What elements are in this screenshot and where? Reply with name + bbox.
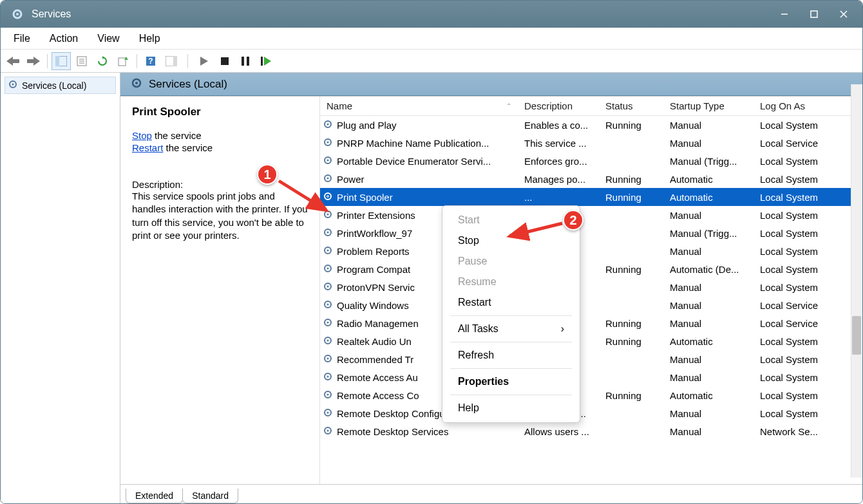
service-row[interactable]: ProtonVPN ServicManualLocal System <box>320 278 862 296</box>
restart-link[interactable]: Restart <box>132 142 163 153</box>
service-name: Print Spooler <box>337 192 393 203</box>
services-icon <box>11 8 24 21</box>
service-row[interactable]: Quality Windows...ManualLocal Service <box>320 296 862 314</box>
service-logon: Local System <box>754 372 850 383</box>
service-desc: Allows users ... <box>518 426 599 437</box>
service-row[interactable]: PNRP Machine Name Publication...This ser… <box>320 134 862 152</box>
service-row[interactable]: Remote Access Auco...ManualLocal System <box>320 368 862 386</box>
svg-rect-23 <box>242 57 244 66</box>
menu-help[interactable]: Help <box>131 30 168 47</box>
service-row[interactable]: Recommended Trut...ManualLocal System <box>320 350 862 368</box>
scrollbar[interactable] <box>851 84 862 478</box>
service-desc: Enforces gro... <box>518 156 599 167</box>
service-row[interactable]: PrintWorkflow_97up...Manual (Trigg...Loc… <box>320 224 862 242</box>
tab-extended[interactable]: Extended <box>126 489 183 503</box>
gear-icon <box>323 317 333 330</box>
gear-icon <box>323 119 333 131</box>
service-name: Program Compat <box>337 264 410 275</box>
ctx-all-tasks[interactable]: All Tasks› <box>442 319 580 339</box>
maximize-button[interactable] <box>799 4 829 24</box>
ctx-properties[interactable]: Properties <box>442 371 580 392</box>
service-row[interactable]: Plug and PlayEnables a co...RunningManua… <box>320 116 862 134</box>
svg-point-44 <box>327 231 329 233</box>
menu-action[interactable]: Action <box>42 30 86 47</box>
service-row[interactable]: Print Spooler...RunningAutomaticLocal Sy… <box>320 188 862 206</box>
gear-icon <box>323 281 333 294</box>
col-description[interactable]: Description <box>518 100 599 111</box>
service-row[interactable]: Printer Extensions...ManualLocal System <box>320 206 862 224</box>
service-startup: Manual <box>663 318 754 329</box>
service-row[interactable]: Problem Reportse ...ManualLocal System <box>320 242 862 260</box>
service-logon: Local System <box>754 282 850 293</box>
annotation-arrow-2 <box>503 219 567 245</box>
menu-file[interactable]: File <box>6 30 38 47</box>
pane-title: Services (Local) <box>149 78 227 91</box>
service-name: Remote Access Co <box>337 390 419 401</box>
ctx-refresh[interactable]: Refresh <box>442 345 580 366</box>
tree-services-local[interactable]: Services (Local) <box>5 77 116 94</box>
col-startup[interactable]: Startup Type <box>663 100 754 111</box>
nav-back-button[interactable] <box>3 52 23 70</box>
service-name: Power <box>337 174 365 185</box>
service-name: Plug and Play <box>337 120 397 131</box>
menu-view[interactable]: View <box>90 30 127 47</box>
start-service-button[interactable] <box>194 52 214 70</box>
help-toolbar-button[interactable]: ? <box>141 52 160 70</box>
service-logon: Local System <box>754 228 850 239</box>
svg-point-34 <box>327 141 329 143</box>
service-list: Name⌃ Description Status Startup Type Lo… <box>320 97 862 484</box>
svg-text:?: ? <box>148 57 153 66</box>
service-row[interactable]: PowerManages po...RunningAutomaticLocal … <box>320 170 862 188</box>
ctx-help[interactable]: Help <box>442 398 580 418</box>
service-row[interactable]: Realtek Audio Undi...RunningAutomaticLoc… <box>320 332 862 350</box>
service-desc: Manages po... <box>518 174 599 185</box>
service-logon: Network Se... <box>754 426 850 437</box>
export-button[interactable] <box>113 52 133 70</box>
service-logon: Local System <box>754 354 850 365</box>
nav-forward-button[interactable] <box>24 52 43 70</box>
service-row[interactable]: Remote Desktop ServicesAllows users ...M… <box>320 422 862 440</box>
service-startup: Manual <box>663 246 754 257</box>
close-button[interactable] <box>829 4 858 24</box>
stop-service-button[interactable] <box>215 52 234 70</box>
service-logon: Local System <box>754 264 850 275</box>
service-status: Running <box>599 390 663 401</box>
service-desc: This service ... <box>518 138 599 149</box>
chevron-right-icon: › <box>561 323 564 335</box>
service-row[interactable]: Radio Managemena...RunningManualLocal Se… <box>320 314 862 332</box>
col-name[interactable]: Name⌃ <box>320 100 518 111</box>
service-startup: Manual <box>663 354 754 365</box>
pause-service-button[interactable] <box>236 52 255 70</box>
stop-link[interactable]: Stop <box>132 130 152 141</box>
restart-service-button[interactable] <box>256 52 276 70</box>
col-status[interactable]: Status <box>599 100 663 111</box>
ctx-restart[interactable]: Restart <box>442 292 580 313</box>
annotation-badge-1: 1 <box>257 164 278 185</box>
menubar: File Action View Help <box>1 28 862 50</box>
titlebar: Services <box>1 1 862 28</box>
col-logon[interactable]: Log On As <box>754 100 850 111</box>
svg-point-1 <box>16 13 19 15</box>
svg-marker-26 <box>264 57 271 66</box>
svg-marker-6 <box>6 57 19 66</box>
scroll-thumb[interactable] <box>852 316 861 355</box>
svg-point-66 <box>327 429 329 431</box>
service-row[interactable]: Portable Device Enumerator Servi...Enfor… <box>320 152 862 170</box>
show-hide-action-pane-button[interactable] <box>162 52 181 70</box>
tab-standard[interactable]: Standard <box>182 489 238 503</box>
service-row[interactable]: Remote Access Codi...RunningAutomaticLoc… <box>320 386 862 404</box>
service-startup: Manual <box>663 426 754 437</box>
service-startup: Automatic <box>663 336 754 347</box>
service-startup: Manual <box>663 372 754 383</box>
ctx-resume: Resume <box>442 272 580 292</box>
show-hide-tree-button[interactable] <box>52 52 71 70</box>
service-startup: Manual <box>663 300 754 311</box>
properties-toolbar-button[interactable] <box>72 52 91 70</box>
service-startup: Automatic (De... <box>663 264 754 275</box>
service-status: Running <box>599 174 663 185</box>
minimize-button[interactable] <box>770 4 799 24</box>
service-status: Running <box>599 264 663 275</box>
refresh-button[interactable] <box>93 52 112 70</box>
service-row[interactable]: Remote Desktop ConfigurationRemote Des..… <box>320 404 862 422</box>
service-row[interactable]: Program Compate ...RunningAutomatic (De.… <box>320 260 862 278</box>
